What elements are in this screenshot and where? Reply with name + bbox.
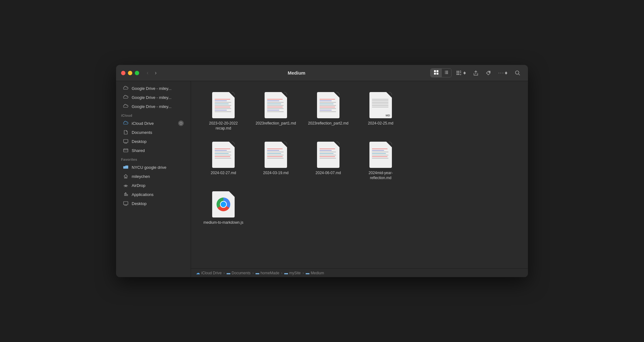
file-icon <box>263 91 288 119</box>
sidebar-item-label: Google Drive - miley... <box>132 86 172 91</box>
file-name: 2024-06-07.md <box>315 171 341 176</box>
svg-rect-4 <box>456 71 458 72</box>
file-item[interactable]: 2024mid-year-reflection.md <box>356 138 406 183</box>
svg-rect-5 <box>458 71 459 72</box>
grid-view-button[interactable] <box>431 69 442 77</box>
file-name: 2024-02-27.md <box>211 171 236 176</box>
file-item[interactable]: 2024-06-07.md <box>303 138 353 183</box>
file-icon <box>263 141 288 169</box>
file-icon <box>211 190 236 218</box>
share-button[interactable] <box>471 69 481 77</box>
svg-rect-9 <box>458 74 459 75</box>
breadcrumb-documents[interactable]: ▬ Documents <box>227 271 251 275</box>
file-item[interactable]: 2024-03-19.md <box>251 138 301 183</box>
svg-rect-19 <box>124 202 128 205</box>
sidebar-item-gdrive2[interactable]: Google Drive - miley... <box>118 93 189 102</box>
sidebar-item-label: Shared <box>132 148 145 153</box>
cloud-icon <box>123 86 129 91</box>
sidebar-item-label: Documents <box>132 130 152 135</box>
file-item[interactable]: 2024-02-27.md <box>198 138 248 183</box>
tag-button[interactable] <box>483 69 493 77</box>
maximize-button[interactable] <box>135 71 139 75</box>
svg-rect-16 <box>124 139 128 143</box>
svg-rect-6 <box>456 72 458 73</box>
sidebar-item-gdrive1[interactable]: Google Drive - miley... <box>118 84 189 93</box>
window-body: Google Drive - miley... Google Drive - m… <box>116 81 528 277</box>
titlebar: ‹ › Medium <box>116 65 528 81</box>
breadcrumb-label: Medium <box>311 271 324 275</box>
sidebar-item-label: Desktop <box>132 139 147 144</box>
documents-icon <box>123 129 129 135</box>
folder-icon: ▬ <box>227 271 230 275</box>
folder-icon: ▬ <box>284 271 288 275</box>
sidebar-item-label: Google Drive - miley... <box>132 95 172 100</box>
more-button[interactable]: ··· <box>496 69 510 77</box>
traffic-lights <box>121 71 139 75</box>
sidebar-item-label: Applications <box>132 192 154 197</box>
breadcrumb-label: Documents <box>232 271 251 275</box>
sidebar-item-gdrive3[interactable]: Google Drive - miley... <box>118 102 189 111</box>
svg-rect-0 <box>434 70 436 72</box>
cloud-icon <box>123 95 129 100</box>
svg-rect-1 <box>437 70 438 72</box>
breadcrumb-separator: › <box>281 271 282 275</box>
back-button[interactable]: ‹ <box>144 68 151 77</box>
svg-point-10 <box>489 71 490 72</box>
file-item[interactable]: 2023-02-20-2022 recap.md <box>198 89 248 133</box>
file-icon <box>211 91 236 119</box>
svg-line-12 <box>519 74 520 75</box>
file-grid: 2023-02-20-2022 recap.md <box>191 81 528 268</box>
sidebar-item-label: mileychen <box>132 174 150 179</box>
sidebar-item-icloud-drive[interactable]: iCloud Drive <box>118 119 189 128</box>
forward-button[interactable]: › <box>152 68 159 77</box>
breadcrumb-icloud[interactable]: ☁ iCloud Drive <box>196 271 222 275</box>
file-icon <box>316 91 341 119</box>
breadcrumb-medium[interactable]: ▬ Medium <box>306 271 324 275</box>
sidebar-item-applications[interactable]: Applications <box>118 190 189 199</box>
sidebar-item-desktop[interactable]: Desktop <box>118 137 189 146</box>
breadcrumb-mysite[interactable]: ▬ mySite <box>284 271 301 275</box>
svg-rect-17 <box>124 149 128 152</box>
file-name: 2023-02-20-2022 recap.md <box>202 121 245 131</box>
file-name: 2023reflection_part2.md <box>308 121 348 126</box>
group-by-button[interactable] <box>454 69 468 77</box>
sidebar-item-airdrop[interactable]: AirDrop <box>118 181 189 190</box>
sidebar-item-home[interactable]: mileychen <box>118 172 189 181</box>
list-view-button[interactable] <box>442 69 451 77</box>
sidebar-item-shared[interactable]: Shared <box>118 146 189 155</box>
icloud-section-label: iCloud <box>116 111 191 119</box>
file-icon: MD <box>368 91 393 119</box>
sidebar-item-nycu[interactable]: NYCU google drive <box>118 163 189 172</box>
file-item[interactable]: 2023reflection_part2.md <box>303 89 353 133</box>
icloud-badge <box>178 120 184 126</box>
finder-window: ‹ › Medium <box>116 65 528 277</box>
file-item[interactable]: medium-to-markdown.js <box>198 188 248 228</box>
breadcrumb-homemade[interactable]: ▬ homeMade <box>256 271 279 275</box>
minimize-button[interactable] <box>128 71 132 75</box>
home-icon <box>123 173 129 179</box>
file-name: 2024-02-25.md <box>368 121 393 126</box>
file-item[interactable]: MD 2024-02-25.md <box>356 89 406 133</box>
icloud-cloud-icon: ☁ <box>196 271 200 275</box>
sidebar-item-desktop2[interactable]: Desktop <box>118 199 189 208</box>
svg-rect-15 <box>181 124 181 124</box>
breadcrumb-label: mySite <box>289 271 301 275</box>
search-button[interactable] <box>512 69 523 77</box>
svg-rect-2 <box>434 73 436 75</box>
view-toggle <box>430 68 451 77</box>
file-name: 2023reflection_part1.md <box>256 121 296 126</box>
file-item[interactable]: 2023reflection_part1.md <box>251 89 301 133</box>
breadcrumb-separator: › <box>223 271 225 275</box>
sidebar-item-documents[interactable]: Documents <box>118 128 189 137</box>
svg-rect-3 <box>437 73 438 75</box>
icloud-icon <box>123 120 129 126</box>
close-button[interactable] <box>121 71 125 75</box>
cloud-icon <box>123 104 129 109</box>
window-title: Medium <box>163 70 430 76</box>
file-name: medium-to-markdown.js <box>203 220 243 225</box>
sidebar-item-label: NYCU google drive <box>132 165 166 170</box>
breadcrumb-label: iCloud Drive <box>201 271 222 275</box>
folder-icon: ▬ <box>306 271 310 275</box>
breadcrumb-separator: › <box>252 271 254 275</box>
applications-icon <box>123 192 129 197</box>
